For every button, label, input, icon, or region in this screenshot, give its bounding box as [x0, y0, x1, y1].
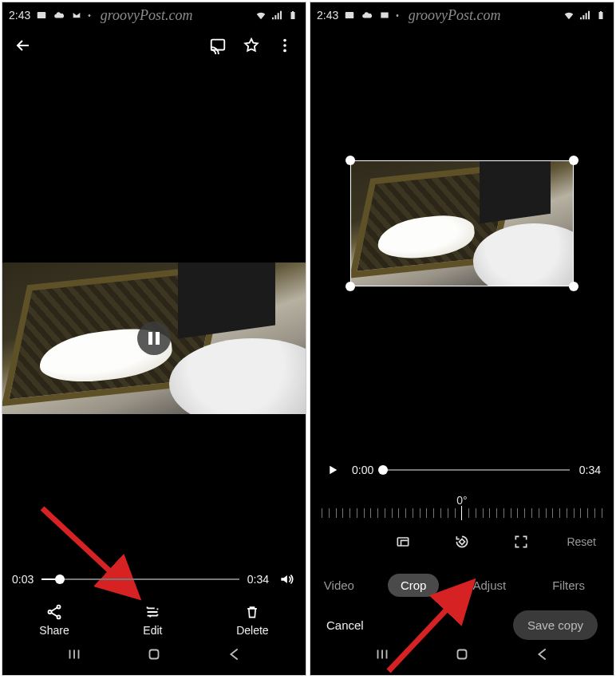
gmail-icon — [70, 9, 83, 22]
status-bar: 2:43 • groovyPost.com — [310, 2, 614, 28]
crop-handle-bottom-left[interactable] — [346, 282, 355, 291]
crop-tool-row: Reset — [310, 532, 614, 551]
svg-rect-0 — [38, 12, 46, 18]
svg-point-10 — [57, 615, 60, 618]
edit-tabs: Video Crop Adjust Filters — [310, 574, 614, 597]
more-vert-icon[interactable] — [275, 36, 294, 55]
pause-button[interactable] — [137, 322, 171, 355]
picture-icon — [35, 9, 48, 22]
nav-home-icon[interactable] — [145, 645, 163, 666]
back-arrow-icon[interactable] — [14, 36, 33, 55]
svg-rect-12 — [346, 12, 354, 18]
reset-button[interactable]: Reset — [567, 535, 596, 548]
expand-icon[interactable] — [511, 532, 531, 551]
watermark-text: groovyPost.com — [409, 7, 501, 24]
tab-adjust[interactable]: Adjust — [460, 574, 519, 597]
gmail-icon — [378, 9, 391, 22]
nav-recent-icon[interactable] — [373, 645, 391, 666]
svg-rect-15 — [397, 538, 408, 546]
phone-screenshot-player: 2:43 • groovyPost.com — [2, 2, 306, 676]
action-row: Share Edit Delete — [2, 603, 306, 637]
cast-icon[interactable] — [208, 36, 227, 55]
svg-point-8 — [57, 606, 60, 609]
time-duration: 0:34 — [579, 464, 601, 476]
svg-point-6 — [283, 49, 286, 53]
svg-point-4 — [283, 39, 286, 42]
phone-screenshot-crop-editor: 2:43 • groovyPost.com — [310, 2, 614, 676]
edit-label: Edit — [143, 624, 162, 637]
tab-filters[interactable]: Filters — [539, 574, 598, 597]
wifi-icon — [563, 9, 575, 22]
edit-button[interactable]: Edit — [143, 603, 162, 637]
wifi-icon — [255, 9, 267, 22]
scrubber-track[interactable] — [41, 578, 239, 580]
svg-rect-16 — [459, 539, 464, 544]
crop-frame[interactable] — [350, 160, 574, 286]
android-navbar — [310, 641, 614, 670]
svg-point-9 — [48, 610, 51, 614]
rotation-slider[interactable] — [322, 503, 602, 523]
time-current: 0:00 — [352, 464, 373, 476]
svg-point-5 — [283, 44, 286, 47]
picture-icon — [343, 9, 356, 22]
signal-icon — [578, 9, 591, 22]
status-time: 2:43 — [317, 9, 338, 22]
crop-handle-top-right[interactable] — [569, 156, 578, 165]
tab-video[interactable]: Video — [311, 574, 367, 597]
status-bar: 2:43 • groovyPost.com — [2, 2, 306, 28]
battery-icon — [286, 9, 299, 22]
crop-handle-bottom-right[interactable] — [569, 282, 578, 291]
time-duration: 0:34 — [247, 573, 269, 586]
video-scrubber[interactable]: 0:03 0:34 — [2, 570, 306, 589]
status-time: 2:43 — [9, 9, 30, 22]
play-icon[interactable] — [323, 460, 342, 480]
svg-rect-1 — [291, 12, 295, 19]
save-copy-button[interactable]: Save copy — [513, 610, 598, 640]
svg-rect-14 — [600, 11, 602, 13]
video-scrubber[interactable]: 0:00 0:34 — [310, 460, 614, 480]
svg-rect-3 — [211, 40, 225, 50]
share-button[interactable]: Share — [39, 603, 69, 637]
crop-preview-area[interactable] — [310, 124, 614, 323]
nav-back-icon[interactable] — [226, 645, 243, 666]
svg-rect-18 — [458, 650, 467, 659]
star-icon[interactable] — [242, 36, 261, 55]
tab-crop[interactable]: Crop — [388, 574, 440, 597]
rotate-icon[interactable] — [452, 532, 472, 551]
svg-rect-2 — [292, 11, 294, 13]
annotation-arrow — [38, 503, 149, 615]
status-dot: • — [88, 11, 91, 20]
time-current: 0:03 — [12, 573, 34, 586]
crop-handle-top-left[interactable] — [346, 156, 355, 165]
svg-rect-11 — [150, 650, 159, 659]
android-navbar — [2, 641, 306, 670]
status-dot: • — [396, 11, 399, 20]
share-label: Share — [39, 624, 69, 637]
cloud-icon — [361, 9, 373, 22]
video-preview-area[interactable] — [2, 263, 306, 414]
watermark-text: groovyPost.com — [101, 7, 193, 24]
scrubber-track[interactable] — [383, 469, 570, 471]
nav-home-icon[interactable] — [453, 645, 471, 666]
delete-button[interactable]: Delete — [236, 603, 268, 637]
nav-recent-icon[interactable] — [65, 645, 83, 666]
aspect-ratio-icon[interactable] — [393, 532, 413, 551]
volume-icon[interactable] — [277, 570, 296, 589]
cloud-icon — [53, 9, 65, 22]
confirm-row: Cancel Save copy — [310, 610, 614, 640]
signal-icon — [270, 9, 283, 22]
video-thumbnail — [350, 160, 574, 286]
battery-icon — [594, 9, 607, 22]
svg-rect-13 — [599, 12, 603, 19]
cancel-button[interactable]: Cancel — [326, 618, 364, 632]
player-toolbar — [2, 28, 306, 63]
delete-label: Delete — [236, 624, 268, 637]
nav-back-icon[interactable] — [534, 645, 551, 666]
